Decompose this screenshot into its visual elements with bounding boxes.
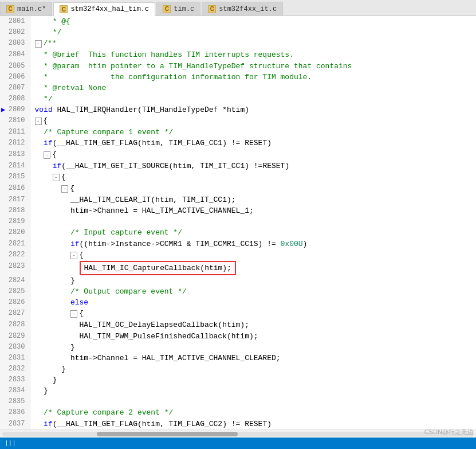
tab-label-stm32f4xx-hal-tim-c: stm32f4xx_hal_tim.c — [70, 5, 149, 13]
line-number: 2810 — [0, 115, 30, 127]
tab-label-tim-c: tim.c — [174, 5, 194, 13]
code-line: /* Input capture event */ — [30, 227, 476, 238]
line-number: 2815 — [0, 171, 30, 183]
tab-label-main-c: main.c* — [17, 5, 46, 13]
line-number: 2830 — [0, 342, 30, 353]
code-line: * @param htim pointer to a TIM_HandleTyp… — [30, 61, 476, 72]
line-number: 2837 — [0, 419, 30, 430]
tab-stm32f4xx-it-c[interactable]: C stm32f4xx_it.c — [202, 2, 283, 15]
table-row: 2819 — [0, 216, 476, 227]
code-line: htim->Channel = HAL_TIM_ACTIVE_CHANNEL_C… — [30, 353, 476, 364]
code-line: /* Output compare event */ — [30, 286, 476, 297]
table-row: 2832 } — [0, 364, 476, 374]
table-row: 2813 -{ — [0, 149, 476, 161]
line-number: 2804 — [0, 49, 30, 60]
table-row: 2827 -{ — [0, 308, 476, 319]
line-number: 2822 — [0, 249, 30, 261]
line-number: 2825 — [0, 286, 30, 297]
code-line: } — [30, 374, 476, 385]
table-row: 2808 */ — [0, 93, 476, 104]
code-line — [30, 216, 476, 227]
editor-container: C main.c* C stm32f4xx_hal_tim.c C tim.c … — [0, 0, 476, 449]
table-row: 2805 * @param htim pointer to a TIM_Hand… — [0, 61, 476, 72]
horizontal-scrollbar[interactable] — [0, 430, 476, 438]
table-row: 2823 HAL_TIM_IC_CaptureCallback(htim); — [0, 261, 476, 275]
watermark: CSDN@行之无边 — [424, 428, 474, 436]
line-number: 2836 — [0, 407, 30, 418]
code-line: * the configuration information for TIM … — [30, 72, 476, 83]
line-number: 2832 — [0, 364, 30, 374]
tab-icon-stm32f4xx-hal-tim-c: C — [60, 5, 68, 13]
line-number: 2812 — [0, 138, 30, 149]
tab-icon-tim-c: C — [163, 5, 171, 13]
table-row: 2833 } — [0, 374, 476, 385]
tab-main-c[interactable]: C main.c* — [0, 2, 52, 15]
table-row: ▶ 2809 void HAL_TIM_IRQHandler(TIM_Handl… — [0, 104, 476, 115]
table-row: 2829 HAL_TIM_PWM_PulseFinishedCallback(h… — [0, 331, 476, 342]
code-line: if(__HAL_TIM_GET_FLAG(htim, TIM_FLAG_CC1… — [30, 138, 476, 149]
line-number: 2818 — [0, 205, 30, 216]
fold-marker[interactable]: - — [35, 40, 42, 48]
line-number: 2801 — [0, 16, 30, 27]
line-number: 2828 — [0, 319, 30, 330]
code-line — [30, 396, 476, 407]
fold-marker[interactable]: - — [70, 310, 77, 318]
line-number: 2819 — [0, 216, 30, 227]
code-line: /* Capture compare 1 event */ — [30, 127, 476, 138]
code-line: -{ — [30, 115, 476, 127]
table-row: 2806 * the configuration information for… — [0, 72, 476, 83]
code-line: __HAL_TIM_CLEAR_IT(htim, TIM_IT_CC1); — [30, 194, 476, 205]
code-line: } — [30, 364, 476, 374]
table-row: 2810 -{ — [0, 115, 476, 127]
code-line: if(__HAL_TIM_GET_FLAG(htim, TIM_FLAG_CC2… — [30, 419, 476, 430]
arrow-indicator: ▶ — [1, 105, 5, 116]
table-row: 2804 * @brief This function handles TIM … — [0, 49, 476, 60]
line-number: 2808 — [0, 93, 30, 104]
tab-icon-main-c: C — [6, 5, 14, 13]
fold-marker[interactable]: - — [61, 185, 68, 193]
line-number: 2824 — [0, 275, 30, 286]
table-row: 2812 if(__HAL_TIM_GET_FLAG(htim, TIM_FLA… — [0, 138, 476, 149]
code-line: */ — [30, 93, 476, 104]
table-row: 2824 } — [0, 275, 476, 286]
tab-bar: C main.c* C stm32f4xx_hal_tim.c C tim.c … — [0, 0, 476, 16]
scrollbar-thumb[interactable] — [97, 432, 238, 436]
code-line: * @{ — [30, 16, 476, 27]
code-line: HAL_TIM_IC_CaptureCallback(htim); — [30, 261, 476, 275]
code-line: -{ — [30, 183, 476, 194]
line-number: 2831 — [0, 353, 30, 364]
code-line: /* Capture compare 2 event */ — [30, 407, 476, 418]
table-row: 2807 * @retval None — [0, 83, 476, 93]
highlighted-code: HAL_TIM_IC_CaptureCallback(htim); — [80, 261, 236, 275]
line-number: 2811 — [0, 127, 30, 138]
table-row: 2830 } — [0, 342, 476, 353]
table-row: 2828 HAL_TIM_OC_DelayElapsedCallback(hti… — [0, 319, 476, 330]
line-number: 2820 — [0, 227, 30, 238]
table-row: 2818 htim->Channel = HAL_TIM_ACTIVE_CHAN… — [0, 205, 476, 216]
line-number: 2833 — [0, 374, 30, 385]
line-number: 2813 — [0, 149, 30, 161]
line-number: 2823 — [0, 261, 30, 275]
line-number: 2829 — [0, 331, 30, 342]
fold-marker[interactable]: - — [35, 118, 42, 125]
code-line: else — [30, 297, 476, 308]
code-line: -{ — [30, 249, 476, 261]
tab-tim-c[interactable]: C tim.c — [156, 2, 200, 15]
line-number: 2802 — [0, 27, 30, 38]
status-bar: ||| — [0, 438, 476, 449]
fold-marker[interactable]: - — [70, 252, 77, 259]
tab-stm32f4xx-hal-tim-c[interactable]: C stm32f4xx_hal_tim.c — [53, 2, 155, 16]
code-table: 2801 * @{ 2802 */ 2803 -/** 2804 * @bri — [0, 16, 476, 430]
line-number: 2806 — [0, 72, 30, 83]
code-line: HAL_TIM_PWM_PulseFinishedCallback(htim); — [30, 331, 476, 342]
fold-marker[interactable]: - — [44, 151, 50, 159]
code-line: -{ — [30, 308, 476, 319]
table-row: 2826 else — [0, 297, 476, 308]
tab-icon-stm32f4xx-it-c: C — [208, 5, 216, 13]
line-number: 2805 — [0, 61, 30, 72]
table-row: 2802 */ — [0, 27, 476, 38]
fold-marker[interactable]: - — [53, 174, 60, 181]
line-number: ▶ 2809 — [0, 104, 30, 115]
code-line: if(__HAL_TIM_GET_IT_SOURCE(htim, TIM_IT_… — [30, 161, 476, 171]
table-row: 2814 if(__HAL_TIM_GET_IT_SOURCE(htim, TI… — [0, 161, 476, 171]
